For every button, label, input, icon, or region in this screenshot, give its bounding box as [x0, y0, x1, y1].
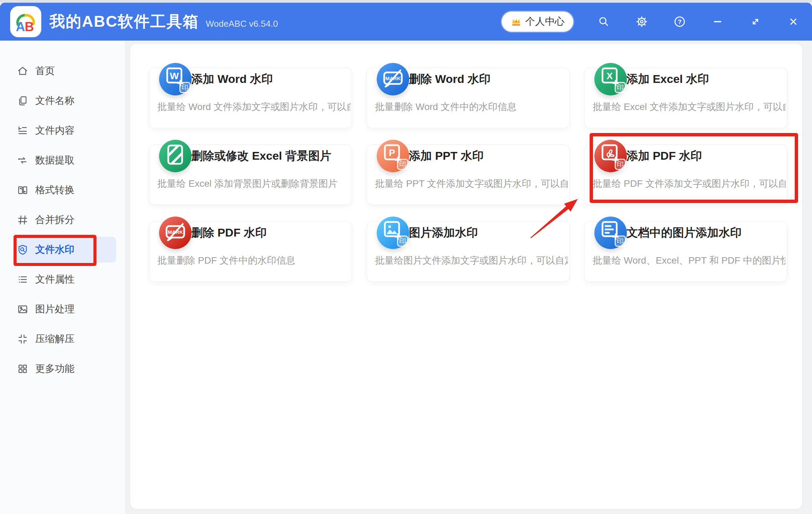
- sidebar-item-label: 文件名称: [35, 94, 74, 108]
- card-add-ppt-watermark[interactable]: P + 印 添加 PPT 水印 批量给 PPT 文件添加文字或图片水印，可以自定…: [367, 144, 570, 205]
- pdf-add-watermark-icon: + 印: [594, 140, 627, 172]
- card-add-excel-watermark[interactable]: X + 印 添加 Excel 水印 批量给 Excel 文件添加文字或图片水印，…: [584, 68, 787, 128]
- word-remove-watermark-icon: MARK: [377, 63, 409, 95]
- card-description: 批量删除 Word 文件中的水印信息: [375, 100, 568, 113]
- card-title: 添加 PPT 水印: [409, 145, 484, 167]
- format-convert-icon: [17, 184, 28, 196]
- sidebar-nav: 首页 文件名称 文件内容 数据提取: [0, 56, 125, 384]
- close-icon: [786, 15, 800, 29]
- card-remove-pdf-watermark[interactable]: MARK 删除 PDF 水印 批量删除 PDF 文件中的水印信息: [149, 221, 352, 282]
- card-description: 批量给 Word 文件添加文字或图片水印，可以自定义: [157, 100, 350, 113]
- sidebar-item-file-props[interactable]: 文件属性: [0, 265, 125, 294]
- excel-background-image-icon: [159, 140, 192, 172]
- file-name-icon: [17, 95, 28, 107]
- card-title: 删除 Word 水印: [409, 68, 490, 90]
- card-description: 批量给 PDF 文件添加文字或图片水印，可以自定义水: [593, 177, 786, 190]
- help-icon: ?: [673, 15, 687, 29]
- data-extract-icon: [17, 155, 28, 166]
- sidebar-item-home[interactable]: 首页: [0, 56, 125, 86]
- merge-split-icon: [17, 214, 28, 226]
- user-center-label: 个人中心: [525, 15, 565, 28]
- card-title: 图片添加水印: [409, 222, 478, 244]
- sidebar-item-compress[interactable]: 压缩解压: [0, 324, 125, 354]
- sidebar-item-watermark[interactable]: 文件水印: [0, 235, 125, 265]
- more-functions-icon: [17, 363, 28, 375]
- card-description: 批量给 Excel 文件添加文字或图片水印，可以自定义: [593, 100, 786, 113]
- card-excel-background-image[interactable]: 删除或修改 Excel 背景图片 批量给 Excel 添加背景图片或删除背景图片: [149, 144, 352, 205]
- maximize-button[interactable]: [748, 14, 763, 29]
- stamp-badge: 印: [615, 82, 626, 93]
- maximize-icon: [748, 15, 763, 29]
- card-description: 批量给 Word、Excel、PPT 和 PDF 中的图片快速添加: [593, 254, 786, 267]
- card-add-pdf-watermark[interactable]: + 印 添加 PDF 水印 批量给 PDF 文件添加文字或图片水印，可以自定义水: [584, 144, 787, 205]
- stamp-badge: 印: [397, 236, 408, 247]
- card-title: 添加 Excel 水印: [627, 68, 709, 90]
- mark-crossed-glyph: MARK: [159, 217, 192, 249]
- home-icon: [17, 65, 28, 77]
- svg-text:A: A: [16, 20, 25, 33]
- sidebar-item-label: 首页: [35, 64, 55, 78]
- sidebar-item-label: 图片处理: [35, 303, 74, 316]
- card-description: 批量给 PPT 文件添加文字或图片水印，可以自定义水: [375, 177, 568, 190]
- stamp-badge: 印: [397, 159, 408, 170]
- search-button[interactable]: [596, 14, 611, 29]
- app-logo: A B: [10, 6, 41, 37]
- titlebar: A B 我的ABC软件工具箱 WodeABC v6.54.0 个人中心: [0, 3, 812, 41]
- sidebar-item-label: 更多功能: [35, 362, 74, 376]
- pdf-remove-watermark-icon: MARK: [159, 217, 192, 249]
- sidebar-item-label: 压缩解压: [35, 332, 74, 346]
- app-logo-icon: A B: [14, 10, 38, 33]
- card-add-word-watermark[interactable]: W + 印 添加 Word 水印 批量给 Word 文件添加文字或图片水印，可以…: [149, 68, 352, 128]
- gear-icon: [635, 15, 649, 29]
- sidebar: 首页 文件名称 文件内容 数据提取: [0, 41, 125, 514]
- close-button[interactable]: [786, 14, 801, 29]
- card-title: 添加 PDF 水印: [627, 145, 702, 167]
- card-image-add-watermark[interactable]: + 印 图片添加水印 批量给图片文件添加文字或图片水印，可以自定义水: [367, 221, 570, 282]
- sidebar-item-label: 文件内容: [35, 124, 74, 137]
- card-doc-images-add-watermark[interactable]: + 印 文档中的图片添加水印 批量给 Word、Excel、PPT 和 PDF …: [584, 221, 787, 282]
- ppt-add-watermark-icon: P + 印: [377, 140, 409, 172]
- user-center-button[interactable]: 个人中心: [502, 12, 573, 32]
- app-window: { "header": { "logo": "AB", "app_title":…: [0, 0, 812, 514]
- card-description: 批量给图片文件添加文字或图片水印，可以自定义水: [375, 254, 568, 267]
- card-description: 批量给 Excel 添加背景图片或删除背景图片: [157, 177, 350, 190]
- card-title: 添加 Word 水印: [191, 68, 273, 90]
- excel-add-watermark-icon: X + 印: [594, 63, 627, 95]
- sidebar-item-merge-split[interactable]: 合并拆分: [0, 205, 125, 235]
- background-strip: [0, 0, 812, 3]
- image-process-icon: [17, 304, 28, 315]
- settings-button[interactable]: [634, 14, 649, 29]
- sidebar-item-more-functions[interactable]: 更多功能: [0, 354, 125, 384]
- help-button[interactable]: ?: [672, 14, 687, 29]
- sidebar-item-label: 数据提取: [35, 154, 74, 167]
- sidebar-item-label: 格式转换: [35, 183, 74, 197]
- stamp-badge: 印: [615, 159, 626, 170]
- sidebar-item-label: 合并拆分: [35, 213, 74, 227]
- sidebar-item-image-process[interactable]: 图片处理: [0, 294, 125, 324]
- title-group: 我的ABC软件工具箱 WodeABC v6.54.0: [49, 11, 278, 32]
- card-remove-word-watermark[interactable]: MARK 删除 Word 水印 批量删除 Word 文件中的水印信息: [367, 68, 570, 128]
- card-title: 删除或修改 Excel 背景图片: [191, 145, 331, 167]
- word-add-watermark-icon: W + 印: [159, 63, 192, 95]
- mark-crossed-glyph: MARK: [377, 63, 409, 95]
- sidebar-item-format-convert[interactable]: 格式转换: [0, 175, 125, 205]
- content-panel: W + 印 添加 Word 水印 批量给 Word 文件添加文字或图片水印，可以…: [130, 44, 802, 509]
- doc-images-add-watermark-icon: + 印: [594, 217, 627, 249]
- search-icon: [597, 15, 611, 29]
- svg-text:?: ?: [678, 18, 682, 25]
- crown-icon: [510, 16, 522, 27]
- stamp-badge: 印: [179, 82, 191, 93]
- file-content-icon: [17, 125, 28, 136]
- svg-text:B: B: [25, 20, 34, 33]
- app-version: WodeABC v6.54.0: [206, 19, 278, 29]
- card-title: 删除 PDF 水印: [191, 222, 267, 244]
- sidebar-item-file-content[interactable]: 文件内容: [0, 116, 125, 146]
- sidebar-item-file-name[interactable]: 文件名称: [0, 86, 125, 116]
- minimize-button[interactable]: [710, 14, 725, 29]
- watermark-shield-icon: [17, 244, 28, 255]
- stamp-badge: 印: [615, 236, 626, 247]
- app-title: 我的ABC软件工具箱: [49, 11, 199, 32]
- sidebar-item-label: 文件属性: [35, 273, 74, 286]
- sidebar-item-data-extract[interactable]: 数据提取: [0, 146, 125, 175]
- card-description: 批量删除 PDF 文件中的水印信息: [157, 254, 350, 267]
